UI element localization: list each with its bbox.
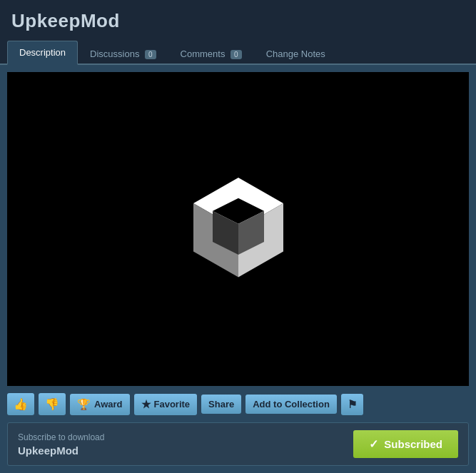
tab-description[interactable]: Description bbox=[7, 41, 78, 65]
subscribe-section: Subscribe to download UpkeepMod ✓ Subscr… bbox=[7, 422, 469, 466]
page-header: UpkeepMod bbox=[0, 0, 476, 39]
tab-change-notes[interactable]: Change Notes bbox=[254, 42, 338, 65]
favorite-icon: ★ bbox=[141, 398, 151, 411]
thumbs-down-button[interactable]: 👎 bbox=[39, 393, 66, 415]
award-button[interactable]: 🏆 Award bbox=[70, 394, 130, 415]
preview-container bbox=[7, 72, 469, 386]
subscribe-info: Subscribe to download UpkeepMod bbox=[18, 432, 104, 457]
thumbs-up-icon: 👍 bbox=[14, 397, 28, 411]
thumbs-down-icon: 👎 bbox=[45, 397, 59, 411]
discussions-badge: 0 bbox=[145, 50, 156, 59]
tabs-bar: Description Discussions 0 Comments 0 Cha… bbox=[0, 39, 476, 65]
mod-title: UpkeepMod bbox=[11, 10, 465, 32]
comments-badge: 0 bbox=[231, 50, 242, 59]
award-icon: 🏆 bbox=[77, 398, 91, 411]
share-button[interactable]: Share bbox=[201, 395, 241, 414]
flag-button[interactable]: ⚑ bbox=[341, 394, 363, 415]
check-icon: ✓ bbox=[369, 437, 378, 451]
subscribe-label: Subscribe to download bbox=[18, 432, 104, 442]
subscribed-button[interactable]: ✓ Subscribed bbox=[353, 430, 458, 458]
thumbs-up-button[interactable]: 👍 bbox=[7, 393, 34, 415]
flag-icon: ⚑ bbox=[348, 398, 357, 411]
tab-discussions[interactable]: Discussions 0 bbox=[78, 42, 168, 65]
action-bar: 👍 👎 🏆 Award ★ Favorite Share Add to Coll… bbox=[7, 392, 469, 417]
tab-comments[interactable]: Comments 0 bbox=[168, 42, 254, 65]
mod-preview-image bbox=[174, 165, 303, 293]
favorite-button[interactable]: ★ Favorite bbox=[134, 394, 198, 415]
add-to-collection-button[interactable]: Add to Collection bbox=[245, 395, 337, 414]
subscribe-mod-name: UpkeepMod bbox=[18, 444, 104, 457]
content-area: 👍 👎 🏆 Award ★ Favorite Share Add to Coll… bbox=[0, 65, 476, 473]
subscribed-label: Subscribed bbox=[384, 438, 442, 450]
page-wrapper: UpkeepMod Description Discussions 0 Comm… bbox=[0, 0, 476, 473]
